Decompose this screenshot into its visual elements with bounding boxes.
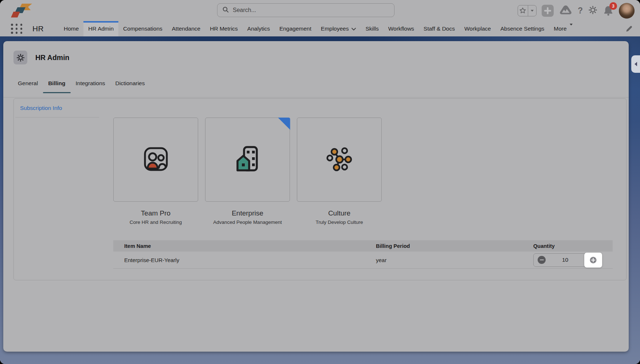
selected-plan-corner-badge [278, 118, 290, 130]
trailhead-icon[interactable] [559, 4, 573, 17]
plan-name: Culture [328, 209, 350, 217]
global-actions-plus-button[interactable] [542, 5, 554, 17]
nav-tab-staff-docs[interactable]: Staff & Docs [419, 21, 460, 36]
column-header-item-name: Item Name [113, 243, 376, 249]
nav-tabs: Home HR Admin Compensations Attendance H… [59, 21, 577, 36]
nav-tab-hr-metrics[interactable]: HR Metrics [205, 21, 243, 36]
app-screen: ? [0, 0, 640, 364]
nav-tab-more[interactable]: More [549, 21, 577, 36]
plan-card-team-pro[interactable] [113, 118, 198, 202]
panel-header: HR Admin [13, 51, 70, 64]
search-input[interactable] [232, 7, 394, 14]
subnav-subscription-info[interactable]: Subscription Info [20, 105, 62, 111]
edit-nav-pencil-icon[interactable] [625, 21, 633, 36]
settings-tabs: General Billing Integrations Dictionarie… [3, 74, 629, 98]
nav-tab-analytics[interactable]: Analytics [243, 21, 275, 36]
billing-section: Subscription Info [13, 98, 627, 280]
utility-icons: ? [518, 0, 635, 21]
favorites-menu-button[interactable] [528, 5, 536, 16]
app-navigation-bar: HR Home HR Admin Compensations Attendanc… [0, 21, 640, 36]
nav-tab-absence-settings[interactable]: Absence Settings [496, 21, 549, 36]
plan-description: Truly Develop Culture [315, 219, 363, 225]
billing-period-cell: year [376, 257, 533, 263]
nav-tab-home[interactable]: Home [59, 21, 83, 36]
hr-admin-gear-icon [13, 51, 27, 64]
notifications-bell-icon[interactable]: 3 [603, 5, 614, 16]
app-launcher-icon[interactable] [11, 24, 23, 34]
search-icon [223, 7, 229, 14]
user-avatar[interactable] [619, 3, 635, 19]
page-title: HR Admin [35, 54, 70, 62]
plan-cards: Team Pro Core HR and Recruiting [113, 118, 382, 225]
plan-description: Advanced People Management [213, 219, 282, 225]
table-row: Enterprise-EUR-Yearly year 10 [113, 252, 613, 269]
tab-dictionaries[interactable]: Dictionaries [110, 74, 150, 93]
help-icon[interactable]: ? [578, 7, 583, 15]
subscription-items-table: Item Name Billing Period Quantity Enterp… [113, 240, 613, 269]
nav-tab-workplace[interactable]: Workplace [460, 21, 496, 36]
notification-count-badge: 3 [609, 2, 617, 10]
nav-tab-compensations[interactable]: Compensations [118, 21, 167, 36]
app-name: HR [32, 24, 44, 33]
setup-gear-icon[interactable] [588, 5, 598, 16]
tab-integrations[interactable]: Integrations [71, 74, 110, 93]
tab-general[interactable]: General [13, 74, 43, 93]
hr-admin-panel: HR Admin General Billing Integrations Di… [3, 41, 629, 352]
table-header-row: Item Name Billing Period Quantity [113, 240, 613, 252]
billing-subnav: Subscription Info [15, 99, 99, 118]
team-people-icon [143, 146, 169, 174]
plan-team-pro: Team Pro Core HR and Recruiting [113, 118, 198, 225]
plan-culture: Culture Truly Develop Culture [297, 118, 382, 225]
utility-bar: ? [0, 0, 640, 21]
item-name-cell: Enterprise-EUR-Yearly [113, 257, 376, 263]
company-logo-icon [9, 3, 33, 20]
nav-tab-hr-admin[interactable]: HR Admin [83, 21, 118, 36]
nav-tab-skills[interactable]: Skills [361, 21, 383, 36]
side-panel-handle[interactable] [631, 55, 640, 73]
culture-network-icon [325, 146, 354, 174]
plan-enterprise: Enterprise Advanced People Management [205, 118, 290, 225]
quantity-increase-button[interactable] [584, 253, 602, 268]
plan-card-culture[interactable] [297, 118, 382, 202]
favorite-star-button[interactable] [518, 5, 528, 16]
global-search[interactable] [217, 3, 394, 17]
enterprise-building-icon [234, 145, 261, 175]
quantity-cell: 10 [533, 253, 613, 267]
plan-name: Team Pro [141, 209, 170, 217]
favorites-group [518, 5, 537, 16]
tab-billing[interactable]: Billing [43, 74, 70, 93]
plan-card-enterprise[interactable] [205, 118, 290, 202]
nav-tab-employees[interactable]: Employees [316, 21, 361, 36]
quantity-decrease-button[interactable] [538, 256, 546, 264]
column-header-quantity: Quantity [533, 243, 613, 249]
quantity-stepper: 10 [533, 253, 602, 267]
page-backdrop: HR Admin General Billing Integrations Di… [0, 36, 640, 364]
plan-description: Core HR and Recruiting [130, 219, 182, 225]
nav-tab-engagement[interactable]: Engagement [275, 21, 316, 36]
column-header-billing-period: Billing Period [376, 243, 533, 249]
plan-name: Enterprise [232, 209, 263, 217]
caret-down-icon [570, 25, 573, 32]
nav-tab-attendance[interactable]: Attendance [167, 21, 205, 36]
nav-tab-workflows[interactable]: Workflows [384, 21, 419, 36]
chevron-down-icon [352, 25, 356, 32]
